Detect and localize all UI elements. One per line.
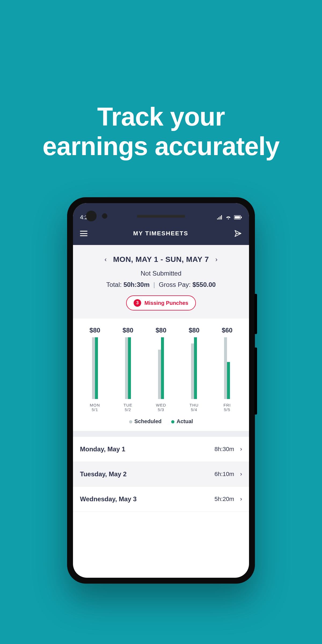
total-value: 50h:30m [123, 281, 149, 288]
bar-day-label: WED5/3 [156, 403, 166, 412]
chart-legend: Scheduled Actual [78, 418, 244, 425]
chevron-right-icon: › [240, 496, 242, 503]
bar-pair [224, 337, 230, 399]
day-duration: 5h:20m [214, 496, 234, 503]
legend-actual: Actual [171, 418, 193, 425]
page-title: MY TIMESHEETS [133, 230, 188, 237]
status-icons [217, 215, 242, 219]
bar-value-label: $80 [189, 327, 199, 334]
cell-signal-icon [217, 215, 223, 219]
total-label: Total: [106, 281, 122, 288]
day-name: Monday, May 1 [80, 445, 125, 453]
date-range: MON, MAY 1 - SUN, MAY 7 [113, 255, 209, 264]
day-row[interactable]: Tuesday, May 26h:10m› [73, 462, 249, 487]
bar-scheduled [158, 350, 161, 399]
chart-bar-column: $80TUE5/2 [111, 327, 144, 412]
separator: | [153, 281, 155, 288]
phone-frame: 4:20 MY TIMESHEETS ‹ MON, MAY 1 - SUN, M… [67, 197, 255, 584]
bar-pair [191, 337, 197, 399]
bar-actual [95, 337, 98, 399]
phone-sensor-dot [102, 213, 107, 219]
gross-pay-label: Gross Pay: [159, 281, 191, 288]
day-row[interactable]: Monday, May 18h:30m› [73, 437, 249, 462]
phone-camera-dot [86, 211, 97, 221]
send-icon[interactable] [234, 229, 242, 237]
chevron-right-icon: › [240, 446, 242, 453]
earnings-chart: $80MON5/1$80TUE5/2$80WED5/3$80THU5/4$60F… [73, 319, 249, 431]
bar-pair [158, 337, 164, 399]
app-bar: MY TIMESHEETS [73, 225, 249, 245]
chart-bar-column: $80MON5/1 [78, 327, 111, 412]
svg-rect-2 [241, 217, 242, 218]
hamburger-icon [80, 231, 87, 232]
marketing-headline: Track yourearnings accurately [0, 102, 322, 161]
bar-scheduled [224, 337, 227, 399]
bar-value-label: $80 [156, 327, 166, 334]
next-week-button[interactable]: › [214, 254, 219, 265]
chart-bar-column: $60FRI5/5 [211, 327, 244, 412]
day-duration: 6h:10m [214, 471, 234, 478]
wifi-icon [225, 215, 231, 219]
day-row[interactable]: Wednesday, May 35h:20m› [73, 487, 249, 512]
phone-side-button [254, 347, 257, 415]
bar-day-label: MON5/1 [90, 403, 100, 412]
bar-value-label: $80 [123, 327, 133, 334]
menu-button[interactable] [80, 231, 87, 236]
bar-scheduled [92, 337, 95, 399]
bar-pair [125, 337, 131, 399]
missing-label: Missing Punches [144, 300, 188, 306]
bar-value-label: $60 [222, 327, 232, 334]
bar-day-label: THU5/4 [189, 403, 199, 412]
phone-side-button [254, 294, 257, 334]
missing-count-badge: 3 [134, 299, 141, 307]
day-name: Tuesday, May 2 [80, 470, 127, 478]
legend-scheduled: Scheduled [129, 418, 162, 425]
gross-pay-value: $550.00 [192, 281, 216, 288]
totals-line: Total: 50h:30m | Gross Pay: $550.00 [78, 281, 244, 288]
bar-scheduled [125, 337, 128, 399]
chevron-right-icon: › [240, 471, 242, 478]
battery-icon [234, 215, 242, 219]
summary-card: ‹ MON, MAY 1 - SUN, MAY 7 › Not Submitte… [73, 245, 249, 319]
day-duration: 8h:30m [214, 446, 234, 453]
bar-scheduled [191, 343, 194, 399]
bar-value-label: $80 [90, 327, 100, 334]
chart-bar-column: $80THU5/4 [178, 327, 211, 412]
missing-punches-button[interactable]: 3 Missing Punches [126, 295, 196, 310]
bar-actual [194, 337, 197, 399]
bar-day-label: TUE5/2 [123, 403, 132, 412]
bar-day-label: FRI5/5 [224, 403, 231, 412]
submission-status: Not Submitted [78, 270, 244, 277]
svg-rect-1 [235, 216, 240, 219]
date-range-nav: ‹ MON, MAY 1 - SUN, MAY 7 › [78, 254, 244, 265]
bar-actual [128, 337, 131, 399]
day-name: Wednesday, May 3 [80, 495, 137, 503]
section-divider [73, 431, 249, 437]
status-bar: 4:20 [73, 203, 249, 225]
bar-actual [161, 337, 164, 399]
screen: 4:20 MY TIMESHEETS ‹ MON, MAY 1 - SUN, M… [73, 203, 249, 578]
bar-pair [92, 337, 98, 399]
bar-actual [227, 362, 230, 399]
chart-bar-column: $80WED5/3 [144, 327, 177, 412]
prev-week-button[interactable]: ‹ [103, 254, 108, 265]
